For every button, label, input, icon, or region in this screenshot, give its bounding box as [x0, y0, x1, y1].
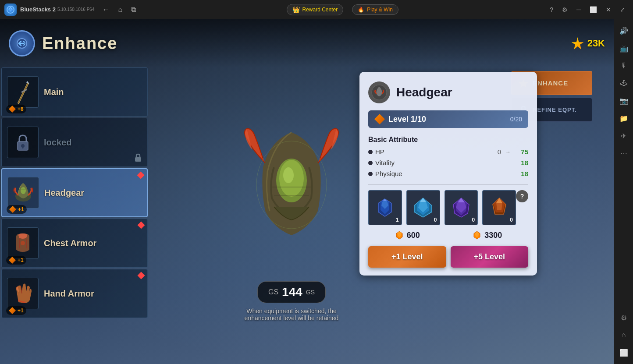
level-bar: Level 1/10 0/20	[368, 110, 528, 128]
sidebar-restore-btn[interactable]: ⬜	[616, 345, 632, 360]
attributes-section: Basic Attribute HP 0 → 75 Vitality 18 Ph…	[368, 136, 528, 177]
orange-crystal-icon	[488, 197, 510, 219]
equip-item-locked[interactable]: locked	[1, 118, 148, 167]
cost-amount-2: 3300	[484, 231, 502, 240]
sidebar-home-btn[interactable]: ⌂	[616, 327, 632, 343]
enhance-level-text-main: +8	[18, 106, 24, 112]
material-lightblue-crystal[interactable]: 0	[406, 190, 440, 225]
reward-center-label: Reward Center	[302, 7, 338, 13]
lock-icon	[134, 153, 142, 162]
equip-name-headgear: Headgear	[44, 188, 142, 198]
new-badge-headgear	[137, 172, 145, 179]
equip-level-main: +8	[6, 105, 26, 113]
equip-item-main[interactable]: Main +8	[1, 67, 148, 117]
sidebar-folder-btn[interactable]: 📁	[616, 110, 632, 126]
sidebar-mic-btn[interactable]: 🎙	[616, 58, 632, 74]
play-win-label: Play & Win	[367, 7, 393, 13]
sidebar-settings-btn[interactable]: ⚙	[616, 310, 632, 325]
titlebar: BlueStacks 2 5.10.150.1016 P64 ← ⌂ ⧉ 👑 R…	[0, 0, 633, 19]
sidebar-display-btn[interactable]: 📺	[616, 40, 632, 56]
equip-level-headgear: +1	[7, 205, 27, 214]
attr-new-vitality: 18	[515, 159, 528, 166]
new-badge-hand	[138, 272, 145, 279]
attr-name-hp: HP	[375, 148, 485, 155]
tab-enhance-label: ENHANCE	[533, 79, 568, 87]
restore-button[interactable]: ⬜	[586, 4, 601, 15]
attr-row-physique: Physique 18	[368, 170, 528, 177]
sidebar-airplane-btn[interactable]: ✈	[616, 128, 632, 144]
app-logo	[4, 4, 17, 16]
attr-name-vitality: Vitality	[375, 159, 512, 166]
svg-point-20	[283, 167, 294, 183]
sidebar-more-btn[interactable]: ⋯	[616, 145, 632, 161]
enhance-level-headgear: +1	[18, 206, 24, 212]
lightblue-crystal-icon	[412, 197, 434, 219]
enhance-gem-chest	[9, 257, 16, 264]
settings-button-titlebar[interactable]: ⚙	[558, 4, 571, 15]
attr-new-physique: 18	[515, 170, 528, 177]
material-purple-crystal[interactable]: 0	[445, 190, 478, 225]
currency-amount: 23K	[587, 38, 605, 49]
game-back-button[interactable]	[9, 30, 35, 57]
material-count-lightblue: 0	[434, 217, 437, 223]
switch-note: When equipment is switched, the enhancem…	[245, 307, 339, 322]
cost-amount-1: 600	[407, 231, 420, 240]
sidebar-volume-btn[interactable]: 🔊	[616, 23, 632, 39]
reward-center-button[interactable]: 👑 Reward Center	[287, 4, 344, 15]
gs-unit: GS	[306, 289, 315, 296]
cost-gem-icon-1	[395, 230, 404, 240]
enhance-gem-headgear	[9, 206, 16, 213]
equip-level-chest: +1	[6, 256, 26, 265]
equip-level-hand: +1	[6, 306, 26, 315]
plus5-level-button[interactable]: +5 Level	[451, 246, 529, 268]
nav-windows-button[interactable]: ⧉	[128, 4, 139, 15]
close-button[interactable]: ✕	[602, 4, 615, 15]
crown-icon: 👑	[292, 6, 300, 13]
attr-old-hp: 0	[488, 148, 501, 155]
titlebar-actions: ? ⚙ ─ ⬜ ✕ ⤢	[546, 4, 629, 15]
material-blue-crystal[interactable]: 1	[368, 190, 402, 225]
level-icon	[374, 114, 385, 124]
material-orange-crystal[interactable]: 0	[482, 190, 516, 225]
svg-point-12	[21, 187, 26, 194]
cost-row: 600 3300	[368, 230, 528, 240]
currency-display: 23K	[572, 37, 605, 49]
tab-refine-label: REFINE EQPT.	[533, 106, 577, 113]
titlebar-center: 👑 Reward Center 🔥 Play & Win	[139, 4, 546, 15]
large-item-image	[215, 110, 368, 277]
help-button[interactable]: ?	[546, 4, 557, 15]
play-win-button[interactable]: 🔥 Play & Win	[352, 4, 398, 15]
nav-back-button[interactable]: ←	[100, 4, 112, 15]
cost-gem-icon-2	[472, 230, 482, 240]
equip-item-headgear[interactable]: Headgear +1	[1, 168, 148, 217]
equip-item-hand[interactable]: Hand Armor +1	[1, 269, 148, 318]
expand-button[interactable]: ⤢	[616, 4, 629, 15]
equip-item-chest[interactable]: Chest Armor +1	[1, 219, 148, 268]
minimize-button[interactable]: ─	[573, 4, 584, 15]
svg-rect-10	[135, 157, 141, 162]
level-progress: 0/20	[510, 116, 522, 123]
material-count-purple: 0	[472, 217, 475, 223]
nav-home-button[interactable]: ⌂	[115, 4, 125, 15]
attr-dot-hp	[368, 150, 373, 154]
equip-name-hand: Hand Armor	[44, 289, 142, 299]
equip-name-chest: Chest Armor	[44, 238, 142, 248]
gs-display: GS 144 GS	[257, 281, 326, 303]
enhance-level-chest: +1	[18, 257, 24, 263]
enhance-gem-icon-main	[9, 106, 16, 113]
svg-line-3	[18, 83, 28, 103]
attr-row-vitality: Vitality 18	[368, 159, 528, 166]
plus1-level-button[interactable]: +1 Level	[368, 246, 446, 268]
sidebar-gamepad-btn[interactable]: 🕹	[616, 75, 632, 91]
sidebar-camera-btn[interactable]: 📷	[616, 93, 632, 109]
help-button-materials[interactable]: ?	[516, 190, 528, 202]
cost-item-2: 3300	[472, 230, 502, 240]
level-text: Level 1/10	[388, 115, 426, 124]
detail-header: Headgear	[368, 81, 528, 103]
titlebar-nav: ← ⌂ ⧉	[100, 4, 139, 15]
attr-dot-physique	[368, 172, 373, 176]
equip-icon-main	[7, 76, 39, 108]
fire-icon: 🔥	[358, 7, 364, 13]
svg-point-23	[256, 141, 327, 229]
currency-icon	[572, 37, 584, 49]
